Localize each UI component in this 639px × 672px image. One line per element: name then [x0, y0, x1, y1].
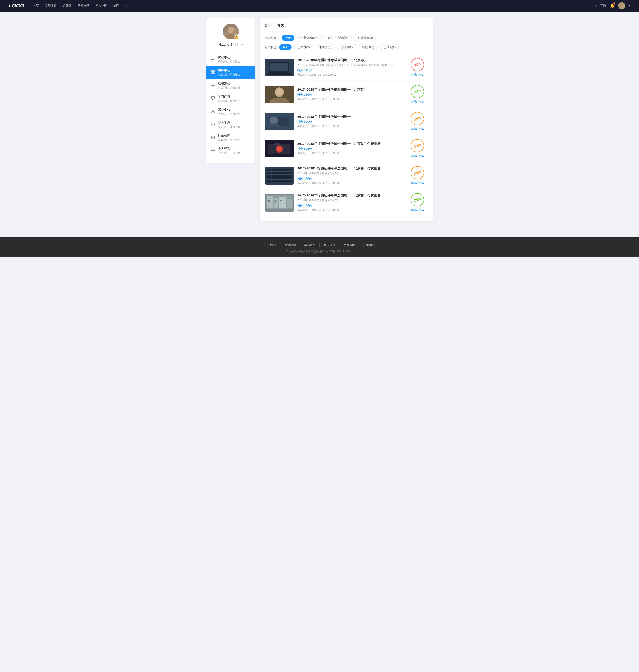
detail-link-text-2: 查看详情: [411, 127, 421, 131]
footer-link-partner[interactable]: 合作伙伴: [320, 243, 340, 247]
svg-rect-50: [268, 201, 270, 202]
exam-detail-link-3[interactable]: 查看详情 ▶: [411, 154, 424, 158]
sidebar-item-cert[interactable]: 证书荣誉 收获荣耀、持证上岗: [206, 79, 255, 92]
sidebar-item-order[interactable]: 订单管理 订单支出、明明白白: [206, 131, 255, 144]
thumb-svg-4: [265, 167, 294, 185]
sidebar-account-sub: 个人权益、实时掌握: [218, 112, 240, 115]
notification-bell[interactable]: 🔔: [610, 3, 614, 8]
time-label-0: 考试时间：: [297, 73, 311, 76]
filter-status-review[interactable]: 待批阅(2): [359, 44, 378, 50]
exam-info-3: 2017–2018年行测证件考试全国统一（北京卷）付费批卷 得分：25分 考试时…: [297, 142, 404, 155]
filter-type-random[interactable]: 随机抽题考试(5): [324, 35, 352, 41]
filter-status-all[interactable]: 全部: [279, 44, 292, 50]
exam-time-3: 考试时间：2019–05–03 10：09：09: [297, 151, 404, 155]
tab-bank[interactable]: 题库: [265, 23, 271, 30]
filter-status-reviewed[interactable]: 已批阅(2): [380, 44, 399, 50]
nav-bank[interactable]: 题库: [113, 4, 119, 8]
footer-link-about[interactable]: 关于我们: [261, 243, 280, 247]
main-container: 🏅 Natalie Smith ✏ 课程中心 精彩课程、不容错过: [202, 12, 437, 228]
exam-list: 2017–2018年行测证件考试全国统一（北京卷） 2018年行测考试是最值得多…: [265, 54, 427, 216]
score-unit-5: 分: [309, 204, 312, 207]
filter-type-paid[interactable]: 付费批卷(6): [355, 35, 376, 41]
footer-link-agency[interactable]: 加盟代理: [280, 243, 300, 247]
filter-status-row: 考试状态 全部 已通过(2) 未通过(2) 待考试(2) 待批阅(2) 已批阅(…: [265, 44, 427, 50]
filter-status-passed[interactable]: 已通过(2): [294, 44, 313, 50]
exam-time-2: 考试时间：2019–05–03 10：09：09: [297, 124, 404, 128]
exam-score-3: 得分：25分: [297, 147, 404, 151]
footer-link-sitemap[interactable]: 网站地图: [300, 243, 320, 247]
settings-icon: [211, 148, 215, 154]
edit-icon[interactable]: ✏: [241, 43, 243, 46]
exam-right-4: 待批阅 查看详情 ▶: [407, 166, 427, 185]
footer-link-recruit[interactable]: 招贤纳士: [359, 243, 379, 247]
thumb-svg-1: [265, 85, 294, 103]
course-icon: [211, 57, 215, 62]
sidebar-order-sub: 订单支出、明明白白: [218, 139, 240, 142]
nav-home[interactable]: 首页: [33, 4, 39, 8]
sidebar-name-row: Natalie Smith ✏: [218, 43, 243, 46]
exam-detail-link-1[interactable]: 查看详情 ▶: [411, 100, 424, 104]
filter-type-cert[interactable]: 证书类考试(4): [297, 35, 322, 41]
exam-right-2: 待考试 查看详情 ▶: [407, 112, 427, 131]
time-label-1: 考试时间：: [297, 98, 311, 101]
exam-title-1: 2017–2018年行测证件考试全国统一（北京卷）: [297, 87, 404, 92]
svg-point-25: [276, 89, 283, 95]
exam-detail-link-2[interactable]: 查看详情 ▶: [411, 127, 424, 131]
svg-rect-46: [267, 196, 273, 208]
sidebar-item-account[interactable]: 账户中心 个人权益、实时掌握: [206, 105, 255, 118]
qa-icon: [211, 96, 215, 101]
score-value-4: 99: [306, 177, 309, 180]
nav-open-course[interactable]: 公开课: [63, 4, 72, 8]
time-value-4: 2019–05–03 10：09：09: [311, 181, 340, 185]
detail-link-text-3: 查看详情: [411, 154, 421, 158]
table-row: 2017–2018年行测证件考试全国统一（北京卷）付费批卷 2018年行测考试是…: [265, 189, 427, 216]
nav-news[interactable]: 新闻资讯: [78, 4, 89, 8]
logo[interactable]: LOGO: [9, 3, 24, 9]
tab-exam[interactable]: 考试: [277, 23, 283, 30]
filter-type-all[interactable]: 全部: [282, 35, 294, 41]
nav-discover[interactable]: 发现课程: [45, 4, 57, 8]
order-icon: [211, 135, 215, 140]
app-download-btn[interactable]: APP下载: [595, 4, 606, 8]
exam-desc-4: 2018年行测考试是最值得多去研究: [297, 172, 404, 175]
sidebar-item-bank[interactable]: 题库中心 海量习题、助力通关: [206, 66, 255, 79]
sidebar-item-course[interactable]: 课程中心 精彩课程、不容错过: [206, 53, 255, 66]
sidebar-item-qa[interactable]: 学习问答 课后重温、疑难解答: [206, 92, 255, 105]
badge-icon: 🏅: [235, 36, 238, 38]
avatar[interactable]: [618, 2, 625, 9]
sidebar-course-texts: 课程中心 精彩课程、不容错过: [218, 55, 240, 63]
score-unit-1: 分: [309, 93, 312, 96]
exam-detail-link-0[interactable]: 查看详情 ▶: [411, 73, 424, 77]
exam-title-2: 2017–2018年行测证件考试全国统一: [297, 115, 404, 119]
score-value-5: 25: [306, 204, 309, 207]
svg-point-28: [270, 116, 278, 124]
sidebar-item-message[interactable]: 我的消息 消息通知、及时了解: [206, 118, 255, 131]
exam-detail-link-5[interactable]: 查看详情 ▶: [411, 208, 424, 212]
svg-rect-2: [212, 59, 215, 59]
exam-time-5: 考试时间：2019–05–03 10：09：09: [297, 208, 404, 212]
time-value-3: 2019–05–03 10：09：09: [311, 152, 340, 155]
table-row: 2017–2018年行测证件考试全国统一（北京卷） 2018年行测考试是最值得多…: [265, 54, 427, 81]
nav-more[interactable]: ···: [125, 4, 128, 8]
nav-qa[interactable]: 问答社区: [95, 4, 107, 8]
sidebar-settings-label: 个人设置: [218, 147, 240, 151]
exam-detail-link-4[interactable]: 查看详情 ▶: [411, 181, 424, 185]
sidebar-account-label: 账户中心: [218, 108, 240, 112]
sidebar-order-label: 订单管理: [218, 134, 240, 138]
svg-point-8: [212, 84, 214, 86]
footer-links: 关于我们 加盟代理 网站地图 合作伙伴 免费声明 招贤纳士: [0, 243, 639, 247]
filter-status-failed[interactable]: 未通过(2): [316, 44, 334, 50]
score-label-5: 得分：: [297, 204, 306, 207]
exam-info-5: 2017–2018年行测证件考试全国统一（北京卷）付费批卷 2018年行测考试是…: [297, 193, 404, 212]
filter-status-pending[interactable]: 待考试(2): [337, 44, 356, 50]
score-unit-0: 分: [309, 68, 312, 72]
avatar-caret[interactable]: ▾: [629, 4, 630, 7]
user-badge: 🏅: [234, 35, 239, 39]
exam-score-4: 得分：99分: [297, 177, 404, 180]
cert-icon: [211, 83, 215, 88]
footer-link-disclaimer[interactable]: 免费声明: [340, 243, 359, 247]
svg-point-9: [212, 110, 214, 111]
detail-arrow-4: ▶: [422, 182, 424, 185]
sidebar-item-settings[interactable]: 个人设置 个人信息、一键管理: [206, 144, 255, 158]
score-label-1: 得分：: [297, 93, 306, 96]
